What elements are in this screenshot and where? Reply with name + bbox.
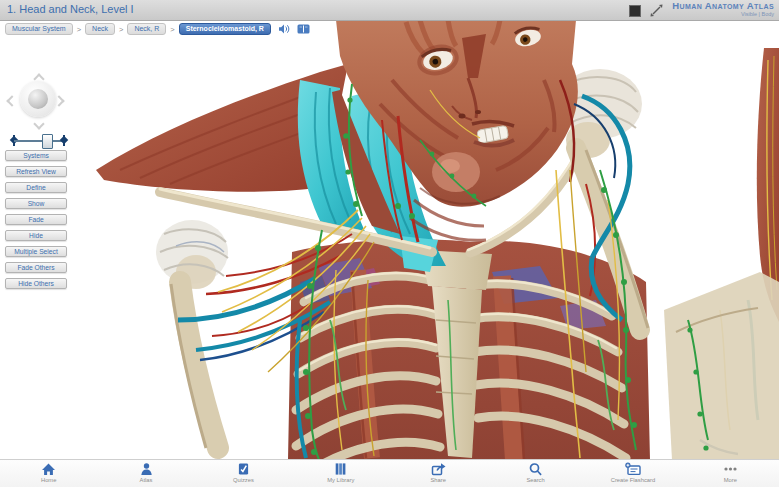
tool-label: Quizzes <box>233 477 254 483</box>
tool-label: Share <box>430 477 445 483</box>
breadcrumb-neck[interactable]: Neck <box>85 23 115 35</box>
create-flashcard-button[interactable]: Create Flashcard <box>584 460 681 487</box>
library-books-icon <box>332 462 349 476</box>
share-icon <box>430 462 447 476</box>
refresh-view-button[interactable]: Refresh View <box>5 166 67 177</box>
fade-others-button[interactable]: Fade Others <box>5 262 67 273</box>
quiz-checkbox-icon <box>235 462 252 476</box>
define-button[interactable]: Define <box>5 182 67 193</box>
search-icon <box>527 462 544 476</box>
slider-track <box>14 140 64 142</box>
rotate-left-chevron-icon[interactable] <box>6 95 17 106</box>
atlas-button[interactable]: Atlas <box>97 460 194 487</box>
human-anatomy-atlas-app: 1. Head and Neck, Level I Human Anatomy … <box>0 0 779 487</box>
app-logo: Human Anatomy Atlas Visible | Body <box>672 1 774 19</box>
share-button[interactable]: Share <box>390 460 487 487</box>
breadcrumb: Muscular System > Neck > Neck, R > Stern… <box>5 23 310 35</box>
systems-button[interactable]: Systems <box>5 150 67 161</box>
breadcrumb-muscular-system[interactable]: Muscular System <box>5 23 73 35</box>
title-bar: 1. Head and Neck, Level I Human Anatomy … <box>0 0 779 21</box>
resize-diagonal-icon[interactable] <box>650 4 663 17</box>
more-dots-icon <box>722 462 739 476</box>
tool-label: Atlas <box>140 477 153 483</box>
left-control-panel: Systems Refresh View Define Show Fade Hi… <box>5 150 67 289</box>
hide-button[interactable]: Hide <box>5 230 67 241</box>
tool-label: Search <box>526 477 544 483</box>
app-logo-title: Human Anatomy Atlas <box>672 1 774 10</box>
anatomy-3d-view[interactable] <box>0 20 779 460</box>
book-info-icon[interactable] <box>297 24 310 34</box>
page-title: 1. Head and Neck, Level I <box>7 3 134 15</box>
my-library-button[interactable]: My Library <box>292 460 389 487</box>
breadcrumb-selected-structure[interactable]: Sternocleidomastoid, R <box>179 23 271 35</box>
more-button[interactable]: More <box>682 460 779 487</box>
breadcrumb-neck-r[interactable]: Neck, R <box>127 23 166 35</box>
breadcrumb-separator: > <box>170 25 174 34</box>
tool-label: Create Flashcard <box>611 477 655 483</box>
bottom-toolbar: Home Atlas Quizzes My Library <box>0 459 779 487</box>
home-icon <box>40 462 57 476</box>
zoom-slider-thumb[interactable] <box>42 134 53 149</box>
search-button[interactable]: Search <box>487 460 584 487</box>
tool-label: My Library <box>327 477 354 483</box>
slider-end-cap <box>63 135 65 146</box>
tool-label: More <box>724 477 737 483</box>
app-logo-subtitle: Visible | Body <box>672 10 774 19</box>
hide-others-button[interactable]: Hide Others <box>5 278 67 289</box>
fade-button[interactable]: Fade <box>5 214 67 225</box>
quizzes-button[interactable]: Quizzes <box>195 460 292 487</box>
audio-pronounce-icon[interactable] <box>278 24 290 34</box>
tool-label: Home <box>41 477 56 483</box>
multiple-select-button[interactable]: Multiple Select <box>5 246 67 257</box>
rotation-joystick[interactable] <box>8 76 66 126</box>
atlas-person-icon <box>138 462 155 476</box>
zoom-slider[interactable] <box>10 133 68 149</box>
joystick-ball[interactable] <box>28 89 48 109</box>
flashcard-plus-icon <box>624 462 642 476</box>
stop-square-icon[interactable] <box>629 5 641 17</box>
breadcrumb-separator: > <box>119 25 123 34</box>
breadcrumb-separator: > <box>77 25 81 34</box>
home-button[interactable]: Home <box>0 460 97 487</box>
show-button[interactable]: Show <box>5 198 67 209</box>
